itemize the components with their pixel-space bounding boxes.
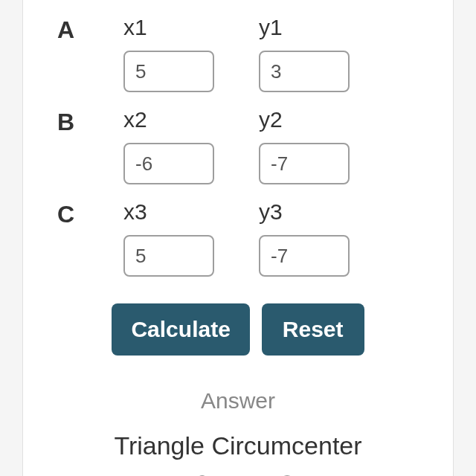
label-x3: x3 (123, 199, 259, 225)
input-x3[interactable] (123, 235, 214, 277)
coord-group-y1: y1 (259, 15, 394, 92)
calculate-button[interactable]: Calculate (112, 303, 249, 356)
input-y2[interactable] (259, 143, 350, 184)
result-y: -2 (263, 466, 298, 476)
point-label-c: C (23, 199, 123, 228)
point-row-c: C x3 y3 (23, 192, 453, 284)
answer-label: Answer (23, 388, 453, 414)
result-x: -0.5 (178, 466, 247, 476)
input-x2[interactable] (123, 143, 214, 184)
coord-group-y3: y3 (259, 199, 394, 277)
label-y3: y3 (259, 199, 394, 225)
calculator-panel: A x1 y1 B x2 y2 C x3 y3 Calcu (22, 0, 454, 476)
coord-group-x1: x1 (123, 15, 259, 92)
result-title: Triangle Circumcenter (23, 431, 453, 460)
point-label-b: B (23, 107, 123, 136)
input-y1[interactable] (259, 51, 350, 92)
button-row: Calculate Reset (23, 284, 453, 367)
reset-button[interactable]: Reset (262, 303, 364, 356)
label-y1: y1 (259, 15, 394, 40)
input-y3[interactable] (259, 235, 350, 277)
paren-close-icon: ) (301, 471, 313, 476)
coord-group-x2: x2 (123, 107, 259, 184)
result-comma: , (250, 471, 260, 476)
coord-group-x3: x3 (123, 199, 259, 277)
point-row-a: A x1 y1 (23, 7, 453, 100)
label-x2: x2 (123, 107, 259, 132)
label-y2: y2 (259, 107, 394, 132)
point-row-b: B x2 y2 (23, 100, 453, 192)
point-label-a: A (23, 15, 123, 44)
paren-open-icon: ( (163, 471, 175, 476)
answer-section: Answer Triangle Circumcenter ( -0.5 , -2… (23, 367, 453, 476)
input-x1[interactable] (123, 51, 214, 92)
label-x1: x1 (123, 15, 259, 40)
result-value: ( -0.5 , -2 ) (23, 466, 453, 476)
coord-group-y2: y2 (259, 107, 394, 184)
